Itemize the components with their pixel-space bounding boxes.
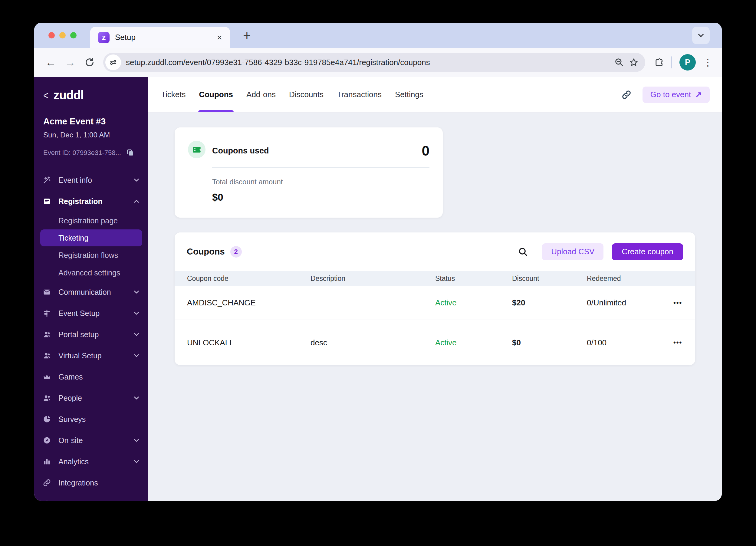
sidebar-item-label: People <box>58 394 82 403</box>
sidebar-item-people[interactable]: People <box>34 387 148 409</box>
url-text[interactable]: setup.zuddl.com/event/07993e31-7586-4329… <box>126 58 610 67</box>
sidebar-item-registration-page[interactable]: Registration page <box>34 212 148 229</box>
create-coupon-button[interactable]: Create coupon <box>612 243 683 260</box>
sidebar-item-analytics[interactable]: Analytics <box>34 451 148 472</box>
sidebar-nav: Event info Registration Registration pag… <box>34 169 148 501</box>
forward-button[interactable]: → <box>63 55 78 70</box>
sidebar-item-surveys[interactable]: Surveys <box>34 409 148 430</box>
status-badge: Active <box>435 338 512 347</box>
redeemed-cell: 0/100 <box>587 338 673 347</box>
pie-icon <box>43 415 52 423</box>
link-icon <box>43 479 52 487</box>
back-button[interactable]: ← <box>43 55 58 70</box>
sidebar-item-event-setup[interactable]: Event Setup <box>34 303 148 324</box>
sidebar-item-games[interactable]: Games <box>34 366 148 387</box>
person-icon <box>43 351 52 360</box>
person-icon <box>43 330 52 339</box>
minimize-window-button[interactable] <box>59 32 66 38</box>
copy-icon[interactable] <box>126 148 135 157</box>
section-tab-bar: Tickets Coupons Add-ons Discounts Transa… <box>148 77 722 113</box>
sidebar-item-label: Recordings <box>58 500 97 501</box>
sidebar-logo-row: < zuddl <box>34 77 148 102</box>
col-coupon-code: Coupon code <box>187 275 311 283</box>
sidebar: < zuddl Acme Event #3 Sun, Dec 1, 1:00 A… <box>34 77 148 501</box>
sidebar-item-communication[interactable]: Communication <box>34 281 148 303</box>
browser-tab-strip: z Setup × + <box>34 23 722 48</box>
close-tab-icon[interactable]: × <box>217 33 222 42</box>
sidebar-item-on-site[interactable]: On-site <box>34 430 148 451</box>
sidebar-item-recordings[interactable]: Recordings <box>34 493 148 501</box>
zuddl-favicon: z <box>98 32 110 43</box>
reload-button[interactable] <box>82 55 97 70</box>
row-actions-icon[interactable]: ••• <box>673 299 695 307</box>
bookmark-star-icon[interactable] <box>629 58 639 67</box>
browser-menu-icon[interactable]: ⋮ <box>703 57 713 68</box>
chevron-down-icon <box>133 288 140 296</box>
table-row[interactable]: UNLOCKALL desc Active $0 0/100 ••• <box>175 320 695 365</box>
sidebar-item-registration-flows[interactable]: Registration flows <box>34 246 148 264</box>
chevron-down-icon <box>133 176 140 184</box>
zoom-out-icon[interactable] <box>614 58 624 67</box>
wand-icon <box>43 176 52 184</box>
profile-avatar[interactable]: P <box>679 54 696 71</box>
sidebar-item-label: Portal setup <box>58 330 99 339</box>
table-header: Coupon code Description Status Discount … <box>175 271 695 286</box>
total-discount-label: Total discount amount <box>212 178 429 186</box>
extensions-icon[interactable] <box>654 57 664 67</box>
site-settings-icon[interactable] <box>105 54 121 70</box>
chevron-down-icon <box>133 309 140 317</box>
coupons-used-count: 0 <box>422 143 429 159</box>
upload-csv-button[interactable]: Upload CSV <box>542 243 603 260</box>
close-window-button[interactable] <box>48 32 55 38</box>
col-discount: Discount <box>512 275 587 283</box>
row-actions-icon[interactable]: ••• <box>673 339 695 347</box>
event-name: Acme Event #3 <box>43 117 140 127</box>
col-description: Description <box>311 275 435 283</box>
tab-coupons[interactable]: Coupons <box>198 77 234 112</box>
browser-tab[interactable]: z Setup × <box>90 27 230 48</box>
sidebar-item-label: Event Setup <box>58 309 100 318</box>
coupons-used-title: Coupons used <box>212 146 269 156</box>
recording-icon <box>43 500 52 501</box>
browser-toolbar: ← → setup.zuddl.com/event/07993e31-7586-… <box>34 48 722 77</box>
sidebar-item-ticketing[interactable]: Ticketing <box>40 229 142 246</box>
tab-search-chevron-button[interactable] <box>692 27 710 44</box>
new-tab-button[interactable]: + <box>243 29 251 42</box>
search-icon[interactable] <box>518 247 528 257</box>
card-divider <box>212 167 429 168</box>
crown-icon <box>43 373 52 381</box>
coupons-title: Coupons <box>187 247 225 257</box>
redeemed-cell: 0/Unlimited <box>587 298 673 308</box>
collapse-sidebar-icon[interactable]: < <box>43 89 49 102</box>
chevron-down-icon <box>133 436 140 444</box>
sidebar-item-virtual-setup[interactable]: Virtual Setup <box>34 345 148 366</box>
sidebar-item-label: On-site <box>58 436 83 445</box>
fullscreen-window-button[interactable] <box>70 32 77 38</box>
compass-icon <box>43 436 52 445</box>
coupons-count-badge: 2 <box>230 246 242 258</box>
chevron-down-icon <box>133 394 140 402</box>
event-id: Event ID: 07993e31-758... <box>43 149 121 157</box>
go-to-event-button[interactable]: Go to event ↗ <box>643 87 710 103</box>
tab-discounts[interactable]: Discounts <box>288 77 324 112</box>
tab-transactions[interactable]: Transactions <box>336 77 382 112</box>
tab-tickets[interactable]: Tickets <box>160 77 186 112</box>
sidebar-item-portal-setup[interactable]: Portal setup <box>34 324 148 345</box>
signpost-icon <box>43 309 52 317</box>
col-redeemed: Redeemed <box>587 275 673 283</box>
address-bar[interactable]: setup.zuddl.com/event/07993e31-7586-4329… <box>103 53 645 72</box>
sidebar-item-label: Integrations <box>58 479 98 487</box>
bar-chart-icon <box>43 457 52 466</box>
sidebar-item-event-info[interactable]: Event info <box>34 169 148 191</box>
sidebar-item-integrations[interactable]: Integrations <box>34 472 148 493</box>
tab-add-ons[interactable]: Add-ons <box>246 77 276 112</box>
event-info-block: Acme Event #3 Sun, Dec 1, 1:00 AM Event … <box>34 102 148 157</box>
sidebar-item-advanced-settings[interactable]: Advanced settings <box>34 264 148 281</box>
chevron-down-icon <box>133 352 140 360</box>
zuddl-logo[interactable]: zuddl <box>54 88 84 102</box>
sidebar-item-registration[interactable]: Registration <box>34 191 148 212</box>
desktop: z Setup × + ← → setup.zuddl.com/event/07… <box>0 0 756 546</box>
table-row[interactable]: AMDISC_CHANGE Active $20 0/Unlimited ••• <box>175 286 695 320</box>
copy-link-icon[interactable] <box>621 90 632 100</box>
tab-settings[interactable]: Settings <box>394 77 424 112</box>
